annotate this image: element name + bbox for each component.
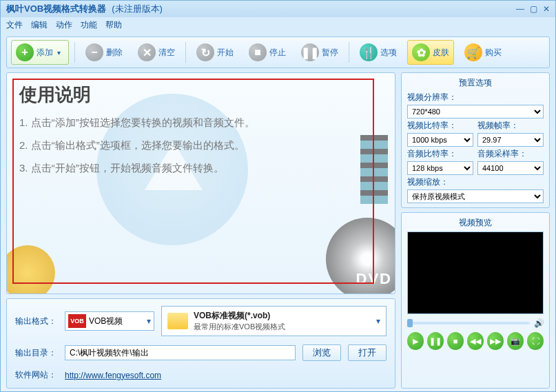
resolution-label: 视频分辨率： bbox=[407, 92, 544, 103]
app-subtitle: (未注册版本) bbox=[112, 3, 163, 15]
site-label: 软件网站： bbox=[15, 369, 58, 381]
skin-button[interactable]: ✿ 皮肤 bbox=[407, 40, 454, 65]
cart-icon: 🛒 bbox=[464, 43, 482, 61]
format-title: VOB标准视频(*.vob) bbox=[194, 310, 285, 322]
toolbar: + 添加 ▾ − 删除 ✕ 清空 ↻ 开始 ■ 停止 ❚❚ 暂停 🍴 选项 bbox=[6, 37, 550, 68]
menu-func[interactable]: 功能 bbox=[81, 19, 97, 31]
fullscreen-button[interactable]: ⛶ bbox=[527, 332, 544, 350]
seek-slider[interactable] bbox=[407, 322, 530, 324]
maximize-icon[interactable]: ▢ bbox=[530, 4, 537, 14]
output-dir-input[interactable] bbox=[65, 345, 296, 360]
stop-button[interactable]: ■ 停止 bbox=[244, 40, 291, 65]
abitrate-label: 音频比特率： bbox=[407, 148, 473, 160]
vob-badge-icon: VOB bbox=[68, 314, 86, 328]
options-button[interactable]: 🍴 选项 bbox=[355, 40, 402, 65]
clear-button[interactable]: ✕ 清空 bbox=[133, 40, 180, 65]
delete-label: 删除 bbox=[106, 47, 123, 59]
scale-select[interactable]: 保持原视频模式 bbox=[407, 189, 544, 203]
skin-icon: ✿ bbox=[412, 43, 430, 61]
pause-button[interactable]: ❚❚ 暂停 bbox=[296, 40, 343, 65]
skin-label: 皮肤 bbox=[433, 47, 449, 59]
preset-title: 预置选项 bbox=[407, 77, 544, 89]
app-title: 枫叶VOB视频格式转换器 bbox=[6, 3, 106, 15]
stop-label: 停止 bbox=[269, 47, 286, 59]
menu-file[interactable]: 文件 bbox=[6, 19, 23, 31]
minimize-icon[interactable]: ― bbox=[516, 4, 524, 14]
vbitrate-select[interactable]: 1000 kbps bbox=[407, 133, 473, 147]
asample-label: 音频采样率： bbox=[477, 148, 544, 160]
plus-icon: + bbox=[16, 43, 34, 61]
pause-preview-button[interactable]: ❚❚ bbox=[427, 332, 444, 350]
menu-edit[interactable]: 编辑 bbox=[31, 19, 48, 31]
pause-label: 暂停 bbox=[322, 47, 338, 59]
instruction-step-2: 2. 点击“输出格式”选项框，选择您要输出的格式。 bbox=[19, 139, 382, 152]
preset-panel: 预置选项 视频分辨率： 720*480 视频比特率： 1000 kbps 视频帧… bbox=[401, 72, 550, 208]
add-button[interactable]: + 添加 ▾ bbox=[11, 40, 69, 65]
play-button[interactable]: ▶ bbox=[407, 332, 424, 350]
buy-label: 购买 bbox=[485, 47, 502, 59]
instruction-step-3: 3. 点击“开始”按钮，开始视频音频文件转换。 bbox=[19, 162, 382, 175]
snapshot-button[interactable]: 📷 bbox=[507, 332, 524, 350]
close-icon[interactable]: ✕ bbox=[543, 4, 550, 14]
format-description-combo[interactable]: VOB标准视频(*.vob) 最常用的标准VOB视频格式 ▾ bbox=[161, 306, 387, 336]
dvd-label: DVD bbox=[356, 270, 392, 288]
gear-icon bbox=[6, 245, 55, 294]
open-button[interactable]: 打开 bbox=[348, 344, 387, 361]
play-controls: ▶ ❚❚ ■ ◀◀ ▶▶ 📷 ⛶ bbox=[407, 332, 544, 350]
fps-select[interactable]: 29.97 bbox=[477, 133, 544, 147]
output-format-combo[interactable]: VOB VOB视频 ▾ bbox=[65, 311, 154, 331]
output-format-label: 输出格式： bbox=[15, 316, 58, 327]
delete-button[interactable]: − 删除 bbox=[81, 40, 127, 65]
preview-panel: 视频预览 🔊 ▶ ❚❚ ■ ◀◀ ▶▶ 📷 ⛶ bbox=[401, 212, 550, 389]
menu-help[interactable]: 帮助 bbox=[105, 19, 122, 31]
instructions-panel: DVD 使用说明 1. 点击“添加”按钮选择您要转换的视频和音频文件。 2. 点… bbox=[6, 72, 395, 294]
start-label: 开始 bbox=[217, 47, 234, 59]
next-button[interactable]: ▶▶ bbox=[487, 332, 504, 350]
fps-label: 视频帧率： bbox=[477, 120, 544, 132]
clear-icon: ✕ bbox=[138, 43, 156, 61]
divider bbox=[185, 42, 186, 63]
options-icon: 🍴 bbox=[360, 43, 378, 61]
minus-icon: − bbox=[85, 43, 103, 61]
divider bbox=[74, 42, 75, 63]
output-format-value: VOB视频 bbox=[89, 316, 123, 327]
output-panel: 输出格式： VOB VOB视频 ▾ VOB标准视频(*.vob) 最常用的标准V… bbox=[6, 298, 395, 389]
menubar: 文件 编辑 动作 功能 帮助 bbox=[1, 17, 555, 32]
video-preview bbox=[407, 231, 544, 314]
stop-preview-button[interactable]: ■ bbox=[447, 332, 464, 350]
options-label: 选项 bbox=[380, 47, 397, 59]
folder-icon bbox=[167, 313, 188, 329]
clear-label: 清空 bbox=[158, 47, 175, 59]
instruction-step-1: 1. 点击“添加”按钮选择您要转换的视频和音频文件。 bbox=[19, 116, 382, 130]
chevron-down-icon: ▾ bbox=[376, 316, 380, 326]
site-link[interactable]: http://www.fengyesoft.com bbox=[65, 371, 161, 380]
browse-button[interactable]: 浏览 bbox=[302, 344, 341, 361]
titlebar: 枫叶VOB视频格式转换器 (未注册版本) ― ▢ ✕ bbox=[1, 1, 555, 17]
preview-title: 视频预览 bbox=[407, 217, 544, 229]
start-icon: ↻ bbox=[196, 43, 214, 61]
format-desc: 最常用的标准VOB视频格式 bbox=[194, 322, 285, 332]
scale-label: 视频缩放： bbox=[407, 176, 544, 188]
add-label: 添加 bbox=[37, 47, 53, 59]
pause-icon: ❚❚ bbox=[301, 43, 319, 61]
instructions-heading: 使用说明 bbox=[19, 83, 382, 107]
buy-button[interactable]: 🛒 购买 bbox=[460, 40, 506, 65]
prev-button[interactable]: ◀◀ bbox=[467, 332, 484, 350]
divider bbox=[349, 42, 349, 63]
asample-select[interactable]: 44100 bbox=[477, 161, 544, 175]
add-dropdown-icon[interactable]: ▾ bbox=[57, 49, 64, 56]
stop-icon: ■ bbox=[249, 43, 267, 61]
vbitrate-label: 视频比特率： bbox=[407, 120, 473, 132]
resolution-select[interactable]: 720*480 bbox=[407, 105, 544, 118]
output-dir-label: 输出目录： bbox=[15, 347, 58, 359]
start-button[interactable]: ↻ 开始 bbox=[192, 40, 238, 65]
app-window: 枫叶VOB视频格式转换器 (未注册版本) ― ▢ ✕ 文件 编辑 动作 功能 帮… bbox=[0, 0, 556, 392]
chevron-down-icon: ▾ bbox=[144, 316, 154, 326]
volume-icon[interactable]: 🔊 bbox=[534, 318, 544, 328]
abitrate-select[interactable]: 128 kbps bbox=[407, 161, 473, 175]
menu-action[interactable]: 动作 bbox=[56, 19, 72, 31]
